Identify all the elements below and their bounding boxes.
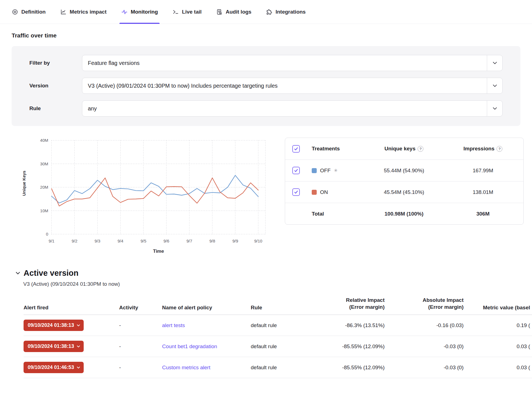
absolute-impact-value: -0.03 (0) [388, 365, 467, 371]
total-label: Total [312, 211, 358, 217]
help-icon[interactable]: ? [497, 146, 502, 152]
col-policy: Name of alert policy [162, 305, 251, 311]
col-activity: Activity [119, 305, 162, 311]
col-relative-impact: Relative Impact (Error margin) [317, 297, 388, 311]
active-version-subtitle: V3 (Active) (09/10/2024 01:30PM to now) [23, 281, 520, 287]
svg-text:9/1: 9/1 [49, 239, 55, 243]
svg-text:20M: 20M [40, 185, 48, 189]
relative-impact-value: -85.55% (12.09%) [317, 343, 388, 350]
chevron-down-icon[interactable] [487, 55, 502, 71]
absolute-impact-value: -0.03 (0) [388, 343, 467, 350]
activity-value: - [119, 365, 162, 371]
metric-value: 0.19 ( [467, 322, 532, 328]
treatment-row-off: OFF ✳ 55.44M (54.90%) 167.99M [285, 160, 523, 181]
tab-monitoring[interactable]: Monitoring [121, 0, 158, 24]
version-value: V3 (Active) (09/01/2024 01:30PM to now) … [82, 78, 487, 93]
alert-row: 09/10/2024 01:38:13 - alert tests defaul… [24, 315, 532, 336]
col-metric-value: Metric value (basel [467, 305, 532, 311]
version-row: Version V3 (Active) (09/01/2024 01:30PM … [29, 78, 503, 94]
metric-value: 0.03 ( [467, 365, 532, 371]
svg-text:10M: 10M [40, 208, 48, 213]
active-version-title: Active version [24, 269, 78, 278]
col-absolute-impact: Absolute Impact (Error margin) [388, 297, 467, 311]
unique-keys-value: 55.44M (54.90%) [358, 168, 450, 174]
rule-select[interactable]: any [82, 100, 503, 117]
chevron-down-icon [16, 272, 20, 275]
alert-fired-time: 09/10/2024 01:46:53 [28, 365, 74, 370]
tab-label: Monitoring [131, 9, 158, 15]
svg-text:9/5: 9/5 [140, 239, 146, 243]
rule-label: Rule [29, 105, 82, 112]
alert-fired-badge[interactable]: 09/10/2024 01:46:53 [24, 362, 84, 373]
live-tail-icon [172, 9, 179, 15]
chevron-down-icon [77, 345, 80, 348]
svg-text:9/2: 9/2 [71, 239, 77, 243]
total-unique-keys: 100.98M (100%) [358, 211, 450, 217]
tab-integrations[interactable]: Integrations [266, 0, 306, 24]
version-select[interactable]: V3 (Active) (09/01/2024 01:30PM to now) … [82, 78, 503, 94]
tab-bar: Definition Metrics impact Monitoring Liv… [0, 0, 532, 24]
impressions-value: 138.01M [450, 189, 516, 195]
relative-impact-value: -86.3% (13.51%) [317, 322, 388, 328]
filter-by-label: Filter by [29, 60, 82, 66]
svg-text:0: 0 [46, 232, 48, 236]
chevron-down-icon[interactable] [487, 101, 502, 116]
traffic-filter-panel: Filter by Feature flag versions Version … [12, 46, 520, 126]
svg-text:9/10: 9/10 [254, 239, 262, 243]
tab-audit-logs[interactable]: Audit logs [216, 0, 252, 24]
on-checkbox[interactable] [292, 188, 300, 196]
tab-label: Integrations [275, 9, 306, 15]
treatments-panel: Treatments Unique keys ? Impressions ? O… [285, 138, 524, 225]
policy-link[interactable]: Custom metrics alert [162, 365, 210, 370]
svg-text:9/9: 9/9 [232, 239, 238, 243]
tab-label: Audit logs [226, 9, 252, 15]
svg-text:40M: 40M [40, 138, 48, 143]
relative-impact-value: -85.55% (12.09%) [317, 365, 388, 371]
policy-link[interactable]: alert tests [162, 322, 185, 328]
alert-fired-badge[interactable]: 09/10/2024 01:38:13 [24, 341, 84, 352]
alert-fired-badge[interactable]: 09/10/2024 01:38:13 [24, 320, 84, 331]
svg-text:9/6: 9/6 [163, 239, 169, 243]
tab-metrics-impact[interactable]: Metrics impact [60, 0, 107, 24]
policy-link[interactable]: Count bet1 degradation [162, 343, 217, 349]
treatment-row-on: ON 45.54M (45.10%) 138.01M [285, 181, 523, 203]
on-color-swatch [312, 190, 317, 195]
help-icon[interactable]: ? [418, 146, 423, 152]
y-axis-label: Unique Keys [22, 167, 26, 200]
svg-text:9/7: 9/7 [186, 239, 192, 243]
definition-icon [12, 9, 18, 15]
absolute-impact-value: -0.16 (0.03) [388, 322, 467, 328]
tab-label: Metrics impact [70, 9, 107, 15]
traffic-chart: Unique Keys 010M20M30M40M9/19/29/39/49/5… [12, 137, 275, 254]
svg-text:9/4: 9/4 [117, 239, 123, 243]
audit-logs-icon [216, 9, 223, 15]
metrics-impact-icon [60, 9, 67, 15]
active-version-toggle[interactable]: Active version [16, 269, 520, 278]
alert-row: 09/10/2024 01:46:53 - Custom metrics ale… [24, 357, 532, 378]
chevron-down-icon [77, 324, 80, 327]
integrations-icon [266, 9, 272, 15]
col-alert-fired: Alert fired [24, 305, 119, 311]
select-all-checkbox[interactable] [292, 145, 300, 153]
impressions-value: 167.99M [450, 168, 516, 174]
filter-by-select[interactable]: Feature flag versions [82, 55, 503, 71]
rule-value: default rule [251, 365, 317, 371]
treatments-total-row: Total 100.98M (100%) 306M [285, 203, 523, 224]
tab-live-tail[interactable]: Live tail [172, 0, 202, 24]
rule-value: default rule [251, 343, 317, 350]
rule-row: Rule any [29, 100, 503, 117]
tab-definition[interactable]: Definition [12, 0, 46, 24]
version-label: Version [29, 83, 82, 89]
unique-keys-header-label: Unique keys [385, 146, 416, 152]
svg-text:30M: 30M [40, 161, 48, 166]
rule-value: default rule [251, 322, 317, 328]
chevron-down-icon[interactable] [487, 78, 502, 93]
x-axis-label: Time [27, 249, 271, 254]
alert-fired-time: 09/10/2024 01:38:13 [28, 343, 74, 349]
monitoring-icon [121, 9, 128, 15]
off-checkbox[interactable] [292, 167, 300, 174]
treatment-name: OFF [320, 168, 331, 174]
treatment-name: ON [320, 189, 328, 195]
section-title-traffic: Traffic over time [12, 32, 520, 39]
impressions-header-label: Impressions [464, 146, 495, 152]
